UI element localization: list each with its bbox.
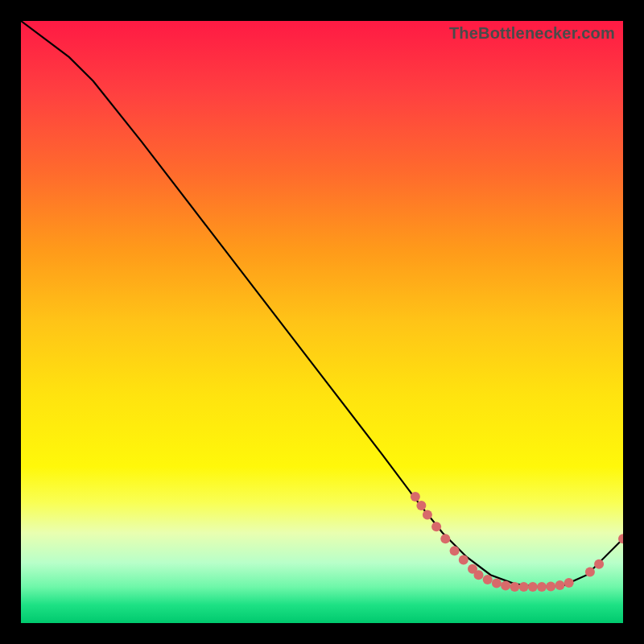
curve-marker — [459, 555, 469, 565]
curve-marker — [594, 559, 604, 569]
curve-marker — [537, 582, 547, 592]
curve-marker — [492, 579, 502, 588]
curve-marker — [440, 534, 450, 543]
curve-marker — [564, 578, 574, 588]
curve-marker — [585, 567, 595, 576]
plot-area: TheBottlenecker.com — [21, 21, 623, 623]
curve-marker — [555, 580, 565, 590]
curve-marker — [510, 582, 519, 592]
curve-marker — [546, 581, 555, 591]
curve-marker — [519, 582, 529, 592]
curve-marker — [431, 522, 441, 531]
curve-marker — [411, 492, 420, 502]
curve-layer — [21, 21, 623, 623]
chart-frame: TheBottlenecker.com — [0, 0, 644, 644]
curve-marker — [528, 582, 538, 592]
curve-markers — [411, 492, 623, 592]
curve-marker — [416, 501, 426, 510]
curve-marker — [483, 575, 493, 584]
bottleneck-curve — [21, 21, 623, 587]
curve-marker — [501, 581, 510, 591]
curve-marker — [423, 510, 432, 519]
curve-marker — [450, 546, 460, 555]
curve-marker — [474, 570, 484, 580]
